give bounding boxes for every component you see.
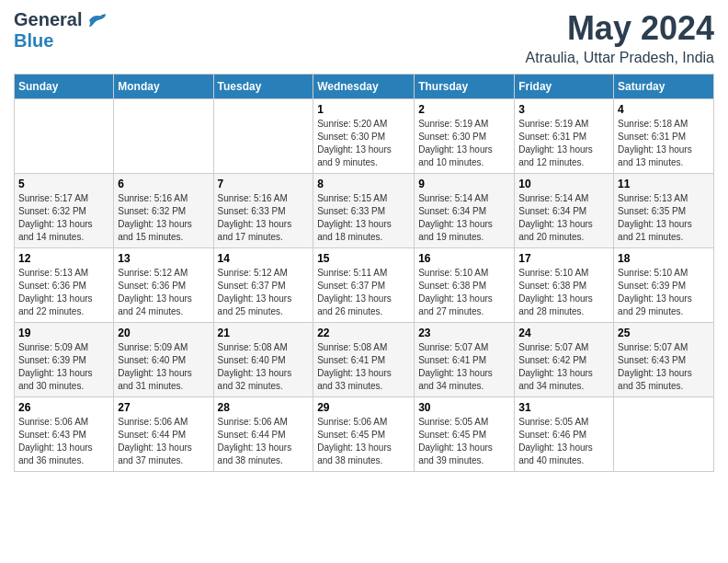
calendar-cell: 28Sunrise: 5:06 AM Sunset: 6:44 PM Dayli… (213, 397, 313, 472)
day-number: 19 (18, 327, 109, 339)
day-number: 5 (18, 178, 109, 190)
day-info: Sunrise: 5:07 AM Sunset: 6:41 PM Dayligh… (418, 341, 510, 393)
day-number: 10 (518, 178, 609, 190)
day-number: 30 (418, 401, 510, 414)
day-info: Sunrise: 5:10 AM Sunset: 6:38 PM Dayligh… (518, 267, 609, 318)
calendar-cell: 11Sunrise: 5:13 AM Sunset: 6:35 PM Dayli… (614, 174, 714, 248)
day-info: Sunrise: 5:16 AM Sunset: 6:32 PM Dayligh… (118, 192, 209, 244)
day-info: Sunrise: 5:10 AM Sunset: 6:38 PM Dayligh… (418, 267, 510, 318)
day-info: Sunrise: 5:05 AM Sunset: 6:45 PM Dayligh… (418, 416, 510, 467)
calendar-table: Sunday Monday Tuesday Wednesday Thursday… (14, 74, 714, 472)
calendar-cell: 6Sunrise: 5:16 AM Sunset: 6:32 PM Daylig… (114, 174, 213, 248)
calendar-cell: 26Sunrise: 5:06 AM Sunset: 6:43 PM Dayli… (15, 397, 114, 472)
calendar-body: 1Sunrise: 5:20 AM Sunset: 6:30 PM Daylig… (15, 99, 714, 472)
day-number: 23 (418, 327, 510, 339)
day-info: Sunrise: 5:13 AM Sunset: 6:35 PM Dayligh… (618, 192, 710, 244)
day-number: 7 (218, 178, 310, 190)
day-number: 29 (317, 401, 410, 414)
calendar-header: Sunday Monday Tuesday Wednesday Thursday… (15, 75, 714, 99)
location-subtitle: Atraulia, Uttar Pradesh, India (526, 50, 714, 66)
calendar-cell: 27Sunrise: 5:06 AM Sunset: 6:44 PM Dayli… (114, 397, 213, 472)
calendar-cell: 14Sunrise: 5:12 AM Sunset: 6:37 PM Dayli… (213, 248, 313, 323)
calendar-cell: 19Sunrise: 5:09 AM Sunset: 6:39 PM Dayli… (15, 323, 114, 397)
calendar-cell: 8Sunrise: 5:15 AM Sunset: 6:33 PM Daylig… (313, 174, 415, 248)
day-info: Sunrise: 5:13 AM Sunset: 6:36 PM Dayligh… (18, 267, 109, 318)
day-number: 20 (118, 327, 209, 339)
day-info: Sunrise: 5:09 AM Sunset: 6:39 PM Dayligh… (18, 341, 109, 393)
calendar-cell (114, 99, 213, 174)
logo-general: General (14, 9, 82, 30)
calendar-cell: 24Sunrise: 5:07 AM Sunset: 6:42 PM Dayli… (515, 323, 614, 397)
calendar-cell: 22Sunrise: 5:08 AM Sunset: 6:41 PM Dayli… (313, 323, 415, 397)
day-info: Sunrise: 5:14 AM Sunset: 6:34 PM Dayligh… (518, 192, 609, 244)
calendar-cell: 23Sunrise: 5:07 AM Sunset: 6:41 PM Dayli… (415, 323, 515, 397)
col-friday: Friday (515, 75, 614, 99)
calendar-week-1: 1Sunrise: 5:20 AM Sunset: 6:30 PM Daylig… (15, 99, 714, 174)
day-number: 4 (618, 103, 710, 116)
calendar-week-3: 12Sunrise: 5:13 AM Sunset: 6:36 PM Dayli… (15, 248, 714, 323)
calendar-cell: 16Sunrise: 5:10 AM Sunset: 6:38 PM Dayli… (415, 248, 515, 323)
header-row: Sunday Monday Tuesday Wednesday Thursday… (15, 75, 714, 99)
calendar-cell: 21Sunrise: 5:08 AM Sunset: 6:40 PM Dayli… (213, 323, 313, 397)
day-info: Sunrise: 5:12 AM Sunset: 6:36 PM Dayligh… (118, 267, 209, 318)
calendar-cell (213, 99, 313, 174)
calendar-cell: 18Sunrise: 5:10 AM Sunset: 6:39 PM Dayli… (614, 248, 714, 323)
calendar-cell: 29Sunrise: 5:06 AM Sunset: 6:45 PM Dayli… (313, 397, 415, 472)
day-info: Sunrise: 5:14 AM Sunset: 6:34 PM Dayligh… (418, 192, 510, 244)
day-number: 17 (518, 252, 609, 265)
day-number: 6 (118, 178, 209, 190)
col-thursday: Thursday (415, 75, 515, 99)
day-info: Sunrise: 5:20 AM Sunset: 6:30 PM Dayligh… (317, 118, 410, 169)
day-info: Sunrise: 5:17 AM Sunset: 6:32 PM Dayligh… (18, 192, 109, 244)
calendar-cell: 5Sunrise: 5:17 AM Sunset: 6:32 PM Daylig… (15, 174, 114, 248)
day-number: 12 (18, 252, 109, 265)
day-number: 16 (418, 252, 510, 265)
day-number: 22 (317, 327, 410, 339)
day-number: 11 (618, 178, 710, 190)
calendar-cell: 10Sunrise: 5:14 AM Sunset: 6:34 PM Dayli… (515, 174, 614, 248)
day-number: 28 (218, 401, 310, 414)
calendar-cell: 12Sunrise: 5:13 AM Sunset: 6:36 PM Dayli… (15, 248, 114, 323)
calendar-cell: 4Sunrise: 5:18 AM Sunset: 6:31 PM Daylig… (614, 99, 714, 174)
day-info: Sunrise: 5:16 AM Sunset: 6:33 PM Dayligh… (218, 192, 310, 244)
day-info: Sunrise: 5:18 AM Sunset: 6:31 PM Dayligh… (618, 118, 710, 169)
col-tuesday: Tuesday (213, 75, 313, 99)
day-info: Sunrise: 5:15 AM Sunset: 6:33 PM Dayligh… (317, 192, 410, 244)
day-number: 1 (317, 103, 410, 116)
logo-bird-icon (85, 11, 108, 29)
calendar-cell: 2Sunrise: 5:19 AM Sunset: 6:30 PM Daylig… (415, 99, 515, 174)
day-info: Sunrise: 5:08 AM Sunset: 6:40 PM Dayligh… (218, 341, 310, 393)
month-title: May 2024 (526, 9, 714, 48)
calendar-cell (614, 397, 714, 472)
calendar-cell: 15Sunrise: 5:11 AM Sunset: 6:37 PM Dayli… (313, 248, 415, 323)
day-info: Sunrise: 5:06 AM Sunset: 6:44 PM Dayligh… (118, 416, 209, 467)
calendar-week-4: 19Sunrise: 5:09 AM Sunset: 6:39 PM Dayli… (15, 323, 714, 397)
title-section: May 2024 Atraulia, Uttar Pradesh, India (526, 9, 714, 66)
day-number: 3 (518, 103, 609, 116)
day-info: Sunrise: 5:12 AM Sunset: 6:37 PM Dayligh… (218, 267, 310, 318)
logo-blue: Blue (14, 30, 53, 51)
day-number: 8 (317, 178, 410, 190)
calendar-week-2: 5Sunrise: 5:17 AM Sunset: 6:32 PM Daylig… (15, 174, 714, 248)
header: General Blue May 2024 Atraulia, Uttar Pr… (14, 9, 714, 66)
day-number: 13 (118, 252, 209, 265)
calendar-cell: 9Sunrise: 5:14 AM Sunset: 6:34 PM Daylig… (415, 174, 515, 248)
day-number: 21 (218, 327, 310, 339)
day-info: Sunrise: 5:07 AM Sunset: 6:42 PM Dayligh… (518, 341, 609, 393)
day-info: Sunrise: 5:09 AM Sunset: 6:40 PM Dayligh… (118, 341, 209, 393)
day-info: Sunrise: 5:06 AM Sunset: 6:44 PM Dayligh… (218, 416, 310, 467)
day-info: Sunrise: 5:19 AM Sunset: 6:30 PM Dayligh… (418, 118, 510, 169)
day-number: 24 (518, 327, 609, 339)
day-info: Sunrise: 5:10 AM Sunset: 6:39 PM Dayligh… (618, 267, 710, 318)
col-sunday: Sunday (15, 75, 114, 99)
day-number: 18 (618, 252, 710, 265)
col-monday: Monday (114, 75, 213, 99)
calendar-cell: 20Sunrise: 5:09 AM Sunset: 6:40 PM Dayli… (114, 323, 213, 397)
day-info: Sunrise: 5:11 AM Sunset: 6:37 PM Dayligh… (317, 267, 410, 318)
day-number: 15 (317, 252, 410, 265)
day-number: 25 (618, 327, 710, 339)
calendar-cell: 13Sunrise: 5:12 AM Sunset: 6:36 PM Dayli… (114, 248, 213, 323)
day-number: 9 (418, 178, 510, 190)
calendar-cell: 7Sunrise: 5:16 AM Sunset: 6:33 PM Daylig… (213, 174, 313, 248)
calendar-cell: 31Sunrise: 5:05 AM Sunset: 6:46 PM Dayli… (515, 397, 614, 472)
